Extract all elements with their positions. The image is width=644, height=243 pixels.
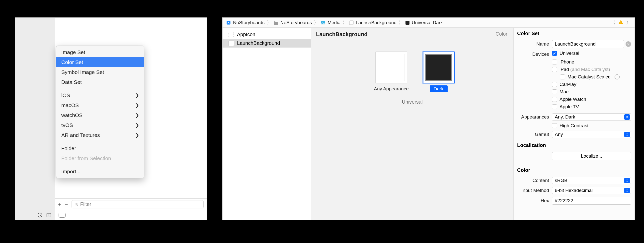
breadcrumb-folder[interactable]: NoStoryboards xyxy=(274,20,312,25)
chevron-right-icon: 〉 xyxy=(266,19,272,26)
localization-label: Localization xyxy=(514,139,634,151)
select-chevrons-icon: ▲▼ xyxy=(624,188,630,193)
asset-list: AppIcon LaunchBackground xyxy=(222,28,311,220)
chevron-right-icon: 〉 xyxy=(342,19,348,26)
project-icon xyxy=(226,20,231,25)
canvas-area: LaunchBackground Color Any Appearance Da… xyxy=(311,28,514,220)
device-mac-catalyst-label: Mac Catalyst Scaled xyxy=(568,74,610,80)
breadcrumb-media[interactable]: Media xyxy=(320,20,340,25)
canvas-title: LaunchBackground xyxy=(316,31,508,38)
gamut-select[interactable]: Any ▲▼ xyxy=(552,131,631,138)
clear-icon[interactable]: ✕ xyxy=(626,41,631,47)
nav-back-icon[interactable]: 〈 xyxy=(610,19,616,26)
color-white-icon xyxy=(349,20,354,25)
chevron-right-icon: ❯ xyxy=(135,132,139,138)
input-method-select[interactable]: 8-bit Hexadecimal ▲▼ xyxy=(552,187,631,194)
clock-icon[interactable] xyxy=(37,212,43,218)
localize-button[interactable]: Localize... xyxy=(552,152,631,160)
content-label: Content xyxy=(517,178,552,183)
swatch-dark[interactable]: Dark xyxy=(423,51,454,92)
input-method-label: Input Method xyxy=(517,188,552,193)
chevron-right-icon: ❯ xyxy=(135,122,139,128)
appearances-select[interactable]: Any, Dark ▲▼ xyxy=(552,113,631,121)
canvas-type-label: Color xyxy=(496,31,508,37)
check-apple-watch[interactable] xyxy=(552,97,557,102)
media-icon xyxy=(320,20,326,25)
breadcrumb-variant[interactable]: Universal Dark xyxy=(405,20,443,25)
hex-label: Hex xyxy=(517,198,552,203)
svg-rect-8 xyxy=(620,21,621,23)
inspector-section-colorset: Color Set xyxy=(514,30,634,39)
tag-icon[interactable] xyxy=(58,213,66,218)
svg-rect-9 xyxy=(620,23,621,24)
menu-image-set[interactable]: Image Set xyxy=(56,47,144,57)
left-sidebar xyxy=(15,18,55,220)
check-high-contrast[interactable] xyxy=(552,123,557,128)
device-tv-label: Apple TV xyxy=(560,104,579,110)
nav-forward-icon[interactable]: 〉 xyxy=(626,19,631,26)
check-mac[interactable] xyxy=(552,89,557,94)
universal-label: Universal xyxy=(316,99,508,105)
add-button[interactable]: + xyxy=(58,202,61,207)
filter-input[interactable] xyxy=(80,202,201,207)
menu-tvos[interactable]: tvOS❯ xyxy=(56,120,144,130)
menu-ios[interactable]: iOS❯ xyxy=(56,90,144,100)
svg-rect-7 xyxy=(406,21,410,25)
device-iphone-label: iPhone xyxy=(560,59,574,65)
menu-watchos[interactable]: watchOS❯ xyxy=(56,110,144,120)
info-icon[interactable]: i xyxy=(614,74,620,79)
color-white-icon xyxy=(228,40,234,46)
select-chevrons-icon: ▲▼ xyxy=(624,114,630,120)
check-mac-catalyst-scaled[interactable] xyxy=(560,74,565,79)
context-menu: Image Set Color Set Symbol Image Set Dat… xyxy=(56,45,144,178)
high-contrast-label: High Contrast xyxy=(560,123,588,128)
warning-icon[interactable] xyxy=(618,19,624,26)
menu-data-set[interactable]: Data Set xyxy=(56,77,144,87)
color-dark-icon xyxy=(405,20,410,25)
asset-launchbackground[interactable]: LaunchBackground xyxy=(222,39,311,47)
device-mac-label: Mac xyxy=(560,89,568,95)
name-input[interactable] xyxy=(552,40,624,48)
device-carplay-label: CarPlay xyxy=(560,82,576,87)
swatch-any-appearance[interactable]: Any Appearance xyxy=(370,51,412,92)
menu-symbol-image-set[interactable]: Symbol Image Set xyxy=(56,67,144,77)
menu-color-set[interactable]: Color Set xyxy=(56,57,144,67)
inspector: Color Set Name ✕ Devices ✓ Universal iPh… xyxy=(514,28,634,220)
remove-button[interactable]: − xyxy=(65,202,68,207)
appearances-label: Appearances xyxy=(517,114,552,120)
chevron-right-icon: 〉 xyxy=(398,19,404,26)
breadcrumb-asset[interactable]: LaunchBackground xyxy=(349,20,396,25)
menu-folder[interactable]: Folder xyxy=(56,143,144,153)
check-iphone[interactable] xyxy=(552,59,557,64)
svg-point-5 xyxy=(322,22,322,22)
gamut-label: Gamut xyxy=(517,132,552,137)
filter-icon xyxy=(74,202,79,207)
hex-input[interactable] xyxy=(552,197,631,205)
asset-appicon[interactable]: AppIcon xyxy=(222,30,311,39)
devices-label: Devices xyxy=(517,50,552,57)
menu-ar-textures[interactable]: AR and Textures❯ xyxy=(56,130,144,140)
menu-import[interactable]: Import... xyxy=(56,167,144,177)
device-universal-label: Universal xyxy=(560,50,579,56)
check-carplay[interactable] xyxy=(552,82,557,87)
right-panel: NoStoryboards 〉 NoStoryboards 〉 Media 〉 … xyxy=(222,17,635,220)
select-chevrons-icon: ▲▼ xyxy=(624,178,630,183)
filter-field[interactable] xyxy=(72,200,204,208)
content-select[interactable]: sRGB ▲▼ xyxy=(552,177,631,184)
menu-macos[interactable]: macOS❯ xyxy=(56,100,144,110)
device-watch-label: Apple Watch xyxy=(560,97,586,102)
breadcrumb-project[interactable]: NoStoryboards xyxy=(226,20,265,25)
check-universal[interactable]: ✓ xyxy=(552,51,557,56)
breadcrumb: NoStoryboards 〉 NoStoryboards 〉 Media 〉 … xyxy=(222,18,634,28)
name-label: Name xyxy=(517,41,552,47)
menu-folder-from-selection: Folder from Selection xyxy=(56,153,144,163)
appicon-placeholder-icon xyxy=(228,32,234,37)
device-ipad-label: iPad (and Mac Catalyst) xyxy=(560,67,610,72)
check-ipad[interactable] xyxy=(552,67,557,72)
svg-rect-6 xyxy=(350,21,354,25)
check-apple-tv[interactable] xyxy=(552,104,557,109)
chevron-right-icon: ❯ xyxy=(135,103,139,108)
color-section-title: Color xyxy=(514,167,634,176)
select-chevrons-icon: ▲▼ xyxy=(624,132,630,137)
add-panel-icon[interactable] xyxy=(46,212,52,218)
